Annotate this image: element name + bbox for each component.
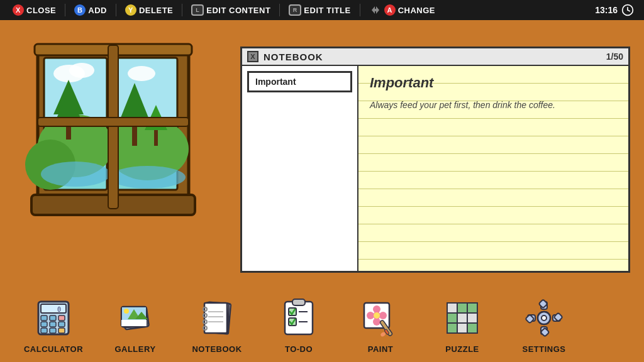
divider-5: [360, 4, 360, 16]
svg-point-25: [41, 162, 110, 187]
svg-rect-79: [457, 313, 467, 323]
svg-rect-76: [457, 303, 467, 313]
toolbar-item-gallery[interactable]: GALLERY: [94, 295, 176, 354]
svg-rect-82: [457, 323, 467, 333]
dpad-icon: [369, 5, 382, 15]
note-title: Important: [370, 75, 617, 91]
main-area: X NOTEBOOK 1/50 Important Important Alwa…: [0, 20, 644, 362]
edit-content-label: EDIT CONTENT: [206, 6, 270, 15]
svg-rect-38: [41, 328, 47, 333]
svg-point-26: [110, 166, 186, 189]
divider-4: [279, 4, 280, 16]
toolbar-item-todo[interactable]: TO-DO: [258, 295, 340, 354]
settings-label: SETTINGS: [522, 344, 565, 354]
svg-point-47: [124, 309, 129, 314]
svg-rect-48: [121, 320, 147, 326]
edit-content-button[interactable]: L EDIT CONTENT: [184, 0, 278, 20]
topbar: X CLOSE B ADD Y DELETE L EDIT CONTENT R …: [0, 0, 644, 20]
svg-marker-0: [372, 6, 379, 14]
b-button-badge: B: [74, 4, 86, 16]
svg-line-3: [628, 10, 630, 11]
toolbar-item-notebook[interactable]: NOTEBOOK: [176, 295, 258, 354]
svg-point-69: [379, 312, 387, 319]
delete-button[interactable]: Y DELETE: [118, 0, 180, 20]
notebook-entries-list: Important: [242, 66, 358, 271]
window-illustration: [31, 39, 195, 234]
svg-rect-80: [467, 313, 477, 323]
svg-point-68: [367, 312, 374, 319]
svg-text:0: 0: [57, 306, 61, 313]
notebook-close-button[interactable]: X: [247, 51, 258, 62]
paint-icon: [360, 298, 401, 338]
change-button[interactable]: A CHANGE: [362, 0, 443, 20]
l-button-badge: L: [191, 4, 204, 16]
svg-rect-30: [41, 304, 66, 313]
note-entry-important[interactable]: Important: [247, 71, 352, 92]
svg-rect-40: [58, 328, 65, 333]
toolbar-item-settings[interactable]: SETTINGS: [503, 295, 585, 354]
toolbar-item-paint[interactable]: PAINT: [340, 295, 421, 354]
gallery-icon: [115, 298, 155, 338]
svg-point-13: [128, 66, 155, 81]
puzzle-label: PUZZLE: [445, 344, 479, 354]
clock-icon: [621, 4, 634, 16]
note-content: Always feed your pet first, then drink t…: [370, 96, 617, 114]
svg-rect-32: [41, 315, 47, 321]
add-button[interactable]: B ADD: [67, 0, 114, 20]
add-label: ADD: [88, 6, 107, 15]
svg-rect-78: [447, 313, 457, 323]
svg-rect-36: [50, 322, 56, 327]
svg-rect-39: [50, 328, 56, 333]
svg-rect-64: [292, 299, 305, 305]
close-label: CLOSE: [26, 6, 56, 15]
toolbar-item-calculator[interactable]: 0 CALCULATOR: [13, 295, 94, 354]
x-button-badge: X: [13, 4, 24, 16]
svg-rect-28: [38, 118, 189, 126]
notebook-panel: X NOTEBOOK 1/50 Important Important Alwa…: [240, 47, 630, 273]
svg-point-70: [373, 318, 380, 326]
gallery-label: GALLERY: [114, 344, 155, 354]
settings-icon: [524, 298, 564, 338]
paint-label: PAINT: [368, 344, 394, 354]
delete-label: DELETE: [139, 6, 173, 15]
notebook-content-area: Important Always feed your pet first, th…: [358, 66, 628, 271]
svg-point-94: [541, 315, 547, 321]
svg-rect-33: [50, 315, 56, 321]
puzzle-icon: [442, 298, 482, 338]
notebook-window-title: NOTEBOOK: [264, 52, 601, 62]
close-button[interactable]: X CLOSE: [5, 0, 64, 20]
svg-point-12: [69, 63, 94, 78]
notebook-icon: [197, 298, 237, 338]
notebook-body: Important Important Always feed your pet…: [242, 66, 628, 271]
paint-icon-wrap: [358, 295, 403, 341]
svg-rect-35: [41, 322, 47, 327]
calculator-icon-wrap: 0: [31, 295, 76, 341]
time-display: 13:16: [595, 5, 618, 15]
divider-1: [65, 4, 65, 16]
svg-rect-34: [58, 315, 65, 321]
y-button-badge: Y: [125, 4, 136, 16]
a-button-badge: A: [384, 4, 396, 16]
calculator-icon: 0: [33, 298, 74, 338]
svg-point-67: [373, 305, 380, 313]
todo-label: TO-DO: [285, 344, 313, 354]
edit-title-button[interactable]: R EDIT TITLE: [281, 0, 358, 20]
change-label: CHANGE: [398, 6, 435, 15]
divider-3: [182, 4, 182, 16]
calculator-label: CALCULATOR: [24, 344, 83, 354]
todo-icon-wrap: [276, 295, 321, 341]
todo-icon: [279, 298, 319, 338]
svg-rect-51: [204, 303, 227, 333]
bottom-toolbar: 0 CALCULATOR: [0, 287, 644, 362]
svg-rect-81: [447, 323, 457, 333]
notebook-label: NOTEBOOK: [192, 344, 242, 354]
divider-2: [116, 4, 116, 16]
edit-title-label: EDIT TITLE: [304, 6, 350, 15]
gallery-icon-wrap: [113, 295, 158, 341]
topbar-time: 13:16: [595, 4, 639, 16]
toolbar-item-puzzle[interactable]: PUZZLE: [421, 295, 503, 354]
notebook-icon-wrap: [194, 295, 240, 341]
svg-rect-83: [467, 323, 477, 333]
settings-icon-wrap: [521, 295, 567, 341]
r-button-badge: R: [289, 4, 301, 16]
